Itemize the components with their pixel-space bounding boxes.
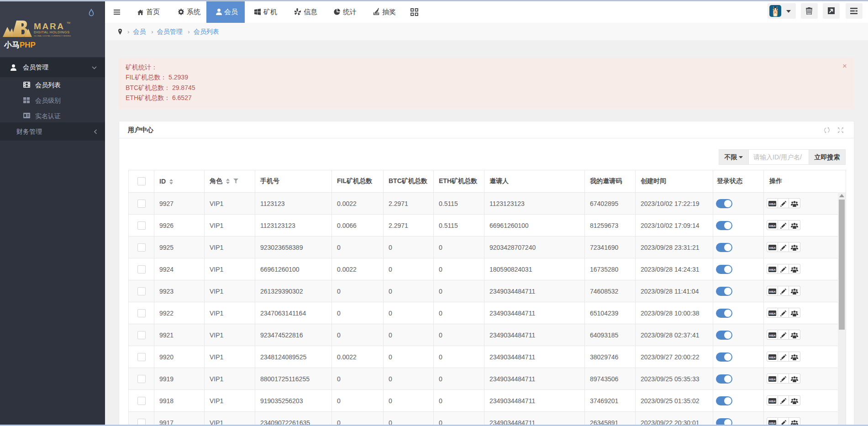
svg-text:GLOBAL DIGITAL CURRENCY MINING: GLOBAL DIGITAL CURRENCY MINING [34,35,71,37]
svg-text:VISA: VISA [769,224,776,227]
svg-text:VISA: VISA [769,334,776,337]
svg-text:VISA: VISA [769,421,776,425]
svg-text:VISA: VISA [769,378,776,381]
svg-text:TM: TM [67,21,70,24]
svg-text:VISA: VISA [769,356,776,359]
svg-text:VISA: VISA [769,290,776,293]
svg-text:VISA: VISA [769,202,776,205]
svg-text:DIGITAL HOLDINGS: DIGITAL HOLDINGS [34,30,69,34]
svg-text:VISA: VISA [769,268,776,271]
svg-text:VISA: VISA [769,400,776,403]
svg-text:VISA: VISA [769,312,776,315]
svg-text:VISA: VISA [769,246,776,249]
